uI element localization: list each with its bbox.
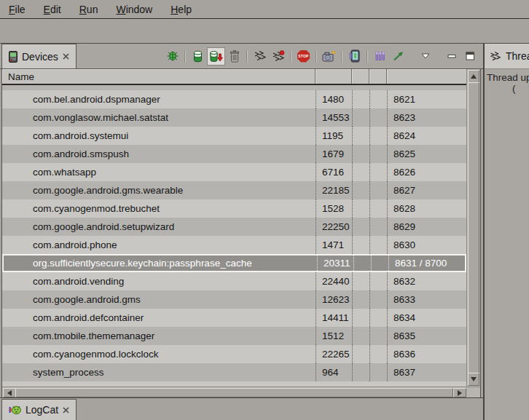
cell-port: 8629 — [387, 218, 466, 236]
table-row[interactable]: system_process9648637 — [2, 363, 466, 381]
partial-row — [2, 85, 466, 90]
devices-table: Name com.bel.android.dspmanager14808621c… — [1, 68, 481, 399]
screen-capture-icon[interactable] — [320, 47, 338, 66]
cell-col3 — [352, 309, 369, 327]
cell-col3 — [352, 90, 369, 108]
menu-file[interactable]: File — [9, 4, 26, 15]
devices-panel: Devices — [0, 44, 483, 420]
cell-name: com.vonglasow.michael.satstat — [2, 108, 316, 127]
menu-window[interactable]: Window — [116, 4, 152, 15]
cell-name: com.android.vending — [2, 272, 316, 290]
vertical-scrollbar[interactable] — [466, 69, 480, 387]
table-row[interactable]: com.tmobile.thememanager15128635 — [2, 327, 466, 345]
tab-devices[interactable]: Devices — [1, 44, 77, 68]
column-header-2[interactable] — [316, 69, 352, 84]
cell-pid: 1195 — [316, 127, 352, 145]
cell-pid: 22265 — [316, 345, 352, 363]
threads-panel: Threads Thread up ( — [483, 44, 529, 420]
emulator-control-icon[interactable] — [345, 47, 364, 66]
scroll-down-button[interactable] — [468, 373, 479, 386]
stop-label: STOP — [298, 54, 308, 58]
cell-col4 — [369, 309, 387, 327]
cell-port: 8624 — [387, 127, 466, 145]
column-header-5[interactable] — [387, 69, 466, 84]
cell-col4 — [369, 272, 387, 290]
view-menu-icon[interactable] — [416, 47, 434, 66]
table-row[interactable]: com.whatsapp67168626 — [2, 163, 466, 181]
cell-port: 8631 / 8700 — [388, 255, 465, 271]
menu-help[interactable]: Help — [171, 4, 192, 15]
toolbar-separator — [184, 50, 186, 63]
table-row[interactable]: com.android.smspush16798625 — [2, 145, 466, 163]
maximize-icon[interactable] — [461, 47, 479, 66]
column-header-3[interactable] — [352, 69, 369, 84]
menu-edit[interactable]: Edit — [44, 4, 61, 15]
table-row[interactable]: com.bel.android.dspmanager14808621 — [2, 90, 466, 108]
cell-port: 8635 — [387, 327, 466, 345]
cell-name: com.android.defcontainer — [2, 309, 316, 327]
cell-col4 — [369, 218, 387, 236]
cell-name: com.cyanogenmod.lockclock — [2, 345, 316, 363]
update-threads-icon[interactable] — [251, 47, 269, 66]
table-row[interactable]: org.sufficientlysecure.keychain:passphra… — [2, 254, 466, 272]
cell-pid: 22185 — [316, 181, 352, 199]
threads-icon — [490, 51, 501, 62]
minimize-icon[interactable] — [443, 47, 461, 66]
toolbar-separator — [367, 50, 368, 63]
cell-col3 — [352, 108, 369, 127]
stop-process-icon[interactable]: STOP — [294, 47, 313, 66]
table-row[interactable]: com.android.vending224408632 — [2, 272, 466, 290]
close-icon[interactable] — [63, 407, 69, 413]
menu-run[interactable]: Run — [79, 4, 98, 15]
cell-col4 — [369, 181, 387, 199]
cell-col3 — [352, 327, 369, 345]
toolbar-separator — [290, 50, 291, 63]
table-row[interactable]: com.android.phone14718630 — [2, 236, 466, 254]
table-body: com.bel.android.dspmanager14808621com.vo… — [2, 85, 466, 387]
menu-bar: FileEditRunWindowHelp — [0, 0, 529, 19]
table-row[interactable]: com.vonglasow.michael.satstat145538623 — [2, 108, 466, 127]
cell-port: 8627 — [387, 181, 466, 199]
column-header-name[interactable]: Name — [2, 69, 316, 84]
tab-threads[interactable]: Threads — [485, 44, 529, 69]
cell-col3 — [352, 290, 369, 309]
threads-content: Thread up ( — [485, 69, 529, 420]
cell-col4 — [371, 255, 388, 271]
cell-pid: 20311 — [317, 255, 353, 271]
table-row[interactable]: com.android.defcontainer144118634 — [2, 309, 466, 327]
cell-port: 8628 — [387, 199, 466, 218]
close-icon[interactable] — [63, 53, 69, 60]
capture-system-trace-icon[interactable] — [371, 47, 389, 66]
start-method-profiling-icon[interactable] — [269, 47, 287, 66]
cause-gc-trash-icon[interactable] — [225, 47, 243, 66]
table-row[interactable]: com.google.android.setupwizard222508629 — [2, 218, 466, 236]
update-heap-icon[interactable] — [189, 47, 207, 66]
cell-name: com.whatsapp — [2, 163, 316, 181]
cell-col3 — [353, 255, 371, 271]
dump-hprof-icon[interactable] — [207, 47, 225, 66]
scroll-right-button[interactable] — [453, 388, 466, 397]
horizontal-scrollbar[interactable] — [2, 387, 480, 398]
horizontal-scroll-thumb[interactable] — [15, 388, 453, 397]
column-header-4[interactable] — [369, 69, 387, 84]
table-row[interactable]: com.cyanogenmod.lockclock222658636 — [2, 345, 466, 363]
cell-port: 8623 — [387, 108, 466, 127]
cell-port: 8636 — [387, 345, 466, 363]
cell-pid: 22250 — [316, 218, 352, 236]
app-window: FileEditRunWindowHelp Device — [0, 0, 529, 420]
cell-pid: 1471 — [316, 236, 352, 254]
table-row[interactable]: com.google.android.gms126238633 — [2, 290, 466, 309]
vertical-scroll-thumb[interactable] — [468, 82, 479, 373]
cell-col3 — [352, 181, 369, 199]
cell-name: com.android.phone — [2, 236, 316, 254]
main-area: Devices — [0, 44, 529, 420]
debug-attach-icon[interactable] — [163, 47, 181, 66]
table-row[interactable]: com.google.android.gms.wearable221858627 — [2, 181, 466, 199]
scroll-left-button[interactable] — [3, 388, 16, 397]
tab-logcat[interactable]: LogCat — [1, 399, 77, 420]
scroll-up-button[interactable] — [468, 70, 479, 83]
table-row[interactable]: com.cyanogenmod.trebuchet15288628 — [2, 199, 466, 218]
table-row[interactable]: com.android.systemui11958624 — [2, 127, 466, 145]
cell-name: com.tmobile.thememanager — [2, 327, 316, 345]
start-opengl-trace-icon[interactable] — [389, 47, 407, 66]
